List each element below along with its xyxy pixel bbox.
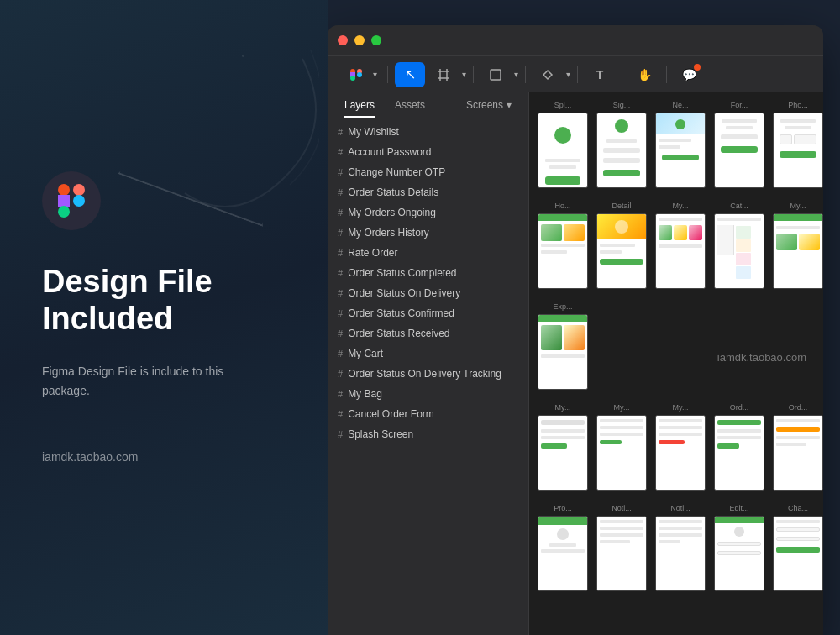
layer-item[interactable]: #Order Status On Delivery Tracking [328,364,528,384]
layer-item[interactable]: #Account Password [328,142,528,162]
screen-label: My... [790,202,806,210]
screen-new[interactable]: Ne... [655,101,706,188]
tool-pen[interactable] [533,62,563,87]
layer-item[interactable]: #My Bag [328,384,528,404]
layer-hash-icon: # [338,349,343,359]
tab-screens[interactable]: Screens ▾ [456,92,522,118]
content-area: Layers Assets Screens ▾ #My Wishlist#Acc… [328,92,823,635]
canvas-area[interactable]: Spl... Sig... [529,92,823,635]
layer-item[interactable]: #Cancel Order Form [328,404,528,424]
title-bar [328,25,823,55]
divider-5 [622,66,622,83]
screen-my5[interactable]: My... [655,403,706,491]
close-button[interactable] [338,35,348,45]
tab-assets[interactable]: Assets [385,92,435,118]
layer-label: Account Password [348,146,431,158]
tool-rect[interactable] [480,62,511,87]
layer-item[interactable]: #Rate Order [328,243,528,263]
layer-item[interactable]: #Order Status Confirmed [328,303,528,323]
svg-rect-9 [350,76,355,81]
screen-edit[interactable]: Edit... [714,504,764,591]
layer-hash-icon: # [338,328,343,338]
layer-item[interactable]: #My Orders History [328,223,528,243]
svg-rect-14 [491,70,501,80]
screen-detail[interactable]: Detail [596,202,647,289]
tool-figma[interactable] [341,62,371,87]
screen-label: Ho... [554,202,570,210]
headline: Design File Included [42,264,213,337]
screen-my3[interactable]: My... [538,403,588,491]
screen-label: Noti... [612,504,632,512]
screen-thumb [596,213,647,289]
panel-tabs: Layers Assets Screens ▾ [328,92,528,118]
screen-thumb [538,415,588,491]
screen-thumb [655,213,706,289]
screen-thumb [773,415,823,491]
layer-item[interactable]: #Order Status Received [328,323,528,344]
screen-forgot[interactable]: For... [714,101,764,188]
layer-item[interactable]: #My Orders Ongoing [328,202,528,223]
screen-my2[interactable]: My... [773,202,823,289]
tool-frame[interactable] [428,62,459,87]
screen-noti1[interactable]: Noti... [596,504,647,591]
screen-ord1[interactable]: Ord... [714,403,764,491]
screen-label: Cha... [788,504,808,512]
layer-item[interactable]: #My Cart [328,344,528,364]
screen-thumb [538,314,588,390]
layer-label: Order Status Confirmed [348,307,454,319]
tool-hand[interactable]: ✋ [629,62,659,87]
divider-1 [387,66,388,83]
minimize-button[interactable] [354,35,365,45]
layer-item[interactable]: #My Wishlist [328,122,528,142]
layer-label: My Orders Ongoing [348,207,436,218]
layer-item[interactable]: #Change Number OTP [328,162,528,182]
layer-label: Order Status Details [348,186,438,198]
layer-label: Splash Screen [348,428,413,440]
tool-text[interactable]: T [585,62,615,87]
svg-rect-3 [73,195,85,207]
screen-label: Spl... [554,101,572,109]
screen-my[interactable]: My... [655,202,706,289]
screen-splash[interactable]: Spl... [538,101,588,188]
layer-label: My Wishlist [348,126,399,138]
screen-noti2[interactable]: Noti... [655,504,706,591]
screen-label: Cat... [730,202,748,210]
layer-item[interactable]: #Order Status On Delivery [328,283,528,303]
figma-icon [58,184,85,218]
layer-hash-icon: # [338,369,343,379]
screen-my4[interactable]: My... [596,403,647,491]
layer-hash-icon: # [338,288,343,298]
canvas-grid: Spl... Sig... [538,101,815,591]
layer-label: Order Status On Delivery [348,287,460,299]
layer-hash-icon: # [338,429,343,439]
divider-2 [473,66,474,83]
screen-home[interactable]: Ho... [538,202,588,289]
screen-row-4: My... My... [538,403,815,491]
screen-explore[interactable]: Exp... [538,302,588,390]
screen-cat[interactable]: Cat... [714,202,764,289]
layer-item[interactable]: #Order Status Details [328,182,528,202]
layer-hash-icon: # [338,207,343,218]
left-panel: Design File Included Figma Design File i… [0,0,328,635]
screen-label: Edit... [729,504,748,512]
layers-list: #My Wishlist#Account Password#Change Num… [328,118,528,635]
screen-phone[interactable]: Pho... [773,101,823,188]
screen-thumb [714,113,764,188]
layer-label: My Cart [348,348,383,359]
svg-rect-4 [58,206,70,218]
tool-select[interactable]: ↖ [395,62,425,87]
layer-item[interactable]: #Order Status Completed [328,263,528,283]
layer-hash-icon: # [338,167,343,177]
screen-thumb [773,213,823,289]
screen-cha[interactable]: Cha... [773,504,823,591]
tab-layers[interactable]: Layers [334,92,385,118]
screen-pro[interactable]: Pro... [538,504,588,591]
layer-item[interactable]: #Splash Screen [328,424,528,444]
layer-hash-icon: # [338,268,343,278]
screen-thumb [714,213,764,289]
screen-signin[interactable]: Sig... [596,101,647,188]
screen-ord2[interactable]: Ord... [773,403,823,491]
tool-comment[interactable]: 💬 [674,62,704,87]
toolbar: ▾ ↖ ▾ ▾ [328,55,823,92]
maximize-button[interactable] [371,35,381,45]
